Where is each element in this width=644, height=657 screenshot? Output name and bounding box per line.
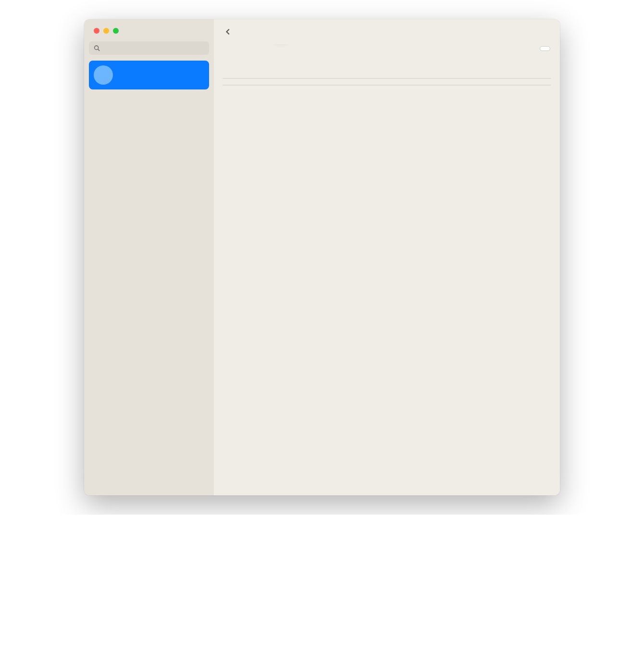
main-pane <box>214 19 560 495</box>
window-controls <box>89 25 209 41</box>
manage-button[interactable] <box>540 46 550 51</box>
settings-window <box>84 19 560 495</box>
close-icon[interactable] <box>94 28 99 34</box>
sidebar <box>84 19 214 495</box>
back-button[interactable] <box>223 26 234 38</box>
svg-point-0 <box>95 46 99 50</box>
icloud-services-list <box>223 78 551 79</box>
content <box>214 44 560 495</box>
storage-section <box>223 44 551 72</box>
svg-line-1 <box>98 49 99 51</box>
zoom-icon[interactable] <box>113 28 119 34</box>
storage-bar[interactable] <box>223 55 551 65</box>
header <box>214 19 560 44</box>
avatar <box>94 65 113 85</box>
search-input[interactable] <box>103 44 204 52</box>
app-toggles-list <box>223 85 551 86</box>
search-box[interactable] <box>89 41 209 55</box>
search-icon <box>94 45 100 51</box>
chevron-left-icon <box>225 28 232 35</box>
account-row[interactable] <box>89 61 209 89</box>
minimize-icon[interactable] <box>103 28 109 34</box>
